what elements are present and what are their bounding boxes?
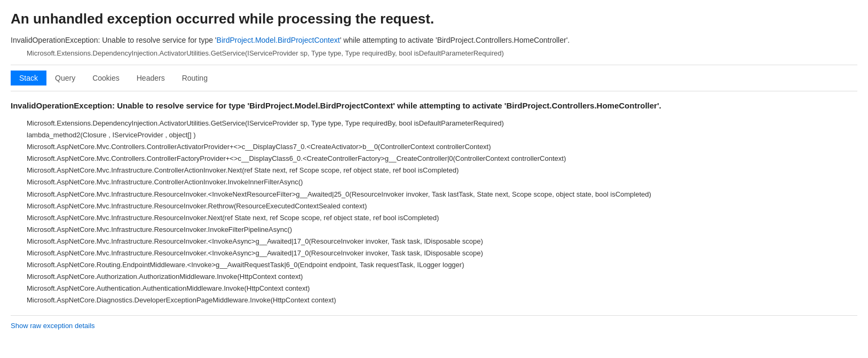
error-end: BirdProject.Controllers.HomeController'. [437, 36, 570, 44]
stack-line: Microsoft.AspNetCore.Mvc.Controllers.Con… [27, 153, 857, 165]
stack-line: Microsoft.Extensions.DependencyInjection… [27, 118, 857, 129]
stack-line: Microsoft.AspNetCore.Mvc.Infrastructure.… [27, 212, 857, 224]
stack-line: Microsoft.AspNetCore.Diagnostics.Develop… [27, 294, 857, 306]
tabs-divider-bottom [11, 91, 857, 91]
stack-trace: Microsoft.Extensions.DependencyInjection… [11, 118, 857, 307]
page-container: An unhandled exception occurred while pr… [0, 0, 868, 340]
stack-line: Microsoft.AspNetCore.Mvc.Infrastructure.… [27, 224, 857, 236]
tab-routing[interactable]: Routing [173, 71, 216, 85]
stack-line: Microsoft.AspNetCore.Mvc.Infrastructure.… [27, 165, 857, 176]
stack-line: Microsoft.AspNetCore.Mvc.Infrastructure.… [27, 236, 857, 247]
stack-line: lambda_method2(Closure , IServiceProvide… [27, 129, 857, 141]
stack-line: Microsoft.AspNetCore.Mvc.Infrastructure.… [27, 247, 857, 259]
stack-line: Microsoft.AspNetCore.Mvc.Controllers.Con… [27, 141, 857, 153]
footer-divider [11, 315, 857, 316]
error-middle: ' while attempting to activate ' [340, 36, 437, 44]
page-title: An unhandled exception occurred while pr… [11, 11, 857, 27]
stack-location: Microsoft.Extensions.DependencyInjection… [27, 49, 857, 57]
tabs-divider-top [11, 65, 857, 65]
exception-title: InvalidOperationException: Unable to res… [11, 100, 857, 111]
error-message: InvalidOperationException: Unable to res… [11, 35, 857, 46]
error-highlight1: BirdProject.Model.BirdProjectContext [217, 36, 340, 44]
tab-headers[interactable]: Headers [128, 71, 173, 85]
stack-line: Microsoft.AspNetCore.Mvc.Infrastructure.… [27, 176, 857, 188]
tab-stack[interactable]: Stack [11, 71, 46, 85]
error-prefix: InvalidOperationException: Unable to res… [11, 36, 217, 44]
show-raw-link[interactable]: Show raw exception details [11, 322, 95, 330]
tab-cookies[interactable]: Cookies [84, 71, 128, 85]
tab-query[interactable]: Query [46, 71, 84, 85]
stack-line: Microsoft.AspNetCore.Mvc.Infrastructure.… [27, 200, 857, 212]
stack-line: Microsoft.AspNetCore.Authentication.Auth… [27, 283, 857, 294]
stack-line: Microsoft.AspNetCore.Mvc.Infrastructure.… [27, 189, 857, 200]
tabs-container: Stack Query Cookies Headers Routing [11, 71, 857, 85]
stack-line: Microsoft.AspNetCore.Authorization.Autho… [27, 271, 857, 283]
stack-line: Microsoft.AspNetCore.Routing.EndpointMid… [27, 259, 857, 271]
